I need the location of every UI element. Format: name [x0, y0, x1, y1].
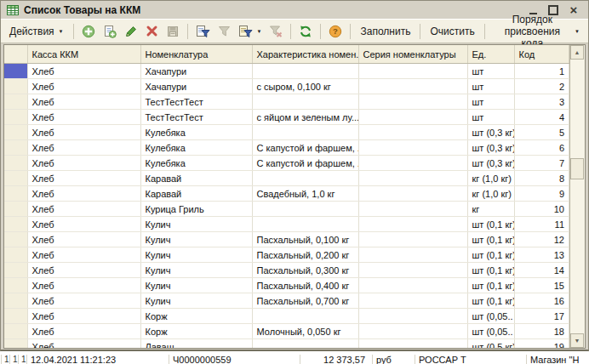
cell-harakteristika[interactable]: Пасхальный, 0,100 кг	[252, 232, 358, 247]
header-harakteristika[interactable]: Характеристика номен..	[252, 45, 358, 64]
table-row[interactable]: Хлеб Каравай кг (1,0 кг) 8	[4, 171, 569, 186]
cell-kassa-kkm[interactable]: Хлеб	[27, 293, 140, 309]
cell-harakteristika[interactable]	[252, 217, 358, 232]
cell-harakteristika[interactable]: С капустой и фаршем, ...	[252, 156, 358, 171]
cell-harakteristika[interactable]	[252, 309, 358, 324]
cell-kassa-kkm[interactable]: Хлеб	[27, 110, 140, 125]
cell-seriya[interactable]	[358, 156, 467, 171]
scrollbar-thumb[interactable]	[570, 158, 584, 179]
cell-kod[interactable]: 5	[514, 125, 569, 140]
code-order-menu-button[interactable]: Порядок присвоения кода ▼	[490, 22, 584, 41]
refresh-button[interactable]	[296, 22, 315, 41]
cell-kassa-kkm[interactable]: Хлеб	[27, 64, 140, 79]
cell-harakteristika[interactable]: Свадебный, 1,0 кг	[252, 186, 358, 202]
cell-seriya[interactable]	[358, 110, 467, 125]
cell-ed[interactable]: шт (0,5 кг)	[467, 339, 514, 349]
cell-kod[interactable]: 2	[514, 79, 569, 94]
cell-kod[interactable]: 14	[514, 263, 569, 278]
row-selector-cell[interactable]	[4, 140, 27, 156]
cell-kod[interactable]: 16	[514, 293, 569, 309]
row-selector-cell[interactable]	[4, 293, 27, 309]
table-row[interactable]: Хлеб Кулич Пасхальный, 0,200 кг шт (0,1 …	[4, 247, 569, 263]
cell-seriya[interactable]	[358, 171, 467, 186]
cell-kassa-kkm[interactable]: Хлеб	[27, 202, 140, 217]
cell-seriya[interactable]	[358, 339, 467, 349]
table-row[interactable]: Хлеб Лаваш шт (0,5 кг) 19	[4, 339, 569, 349]
cell-ed[interactable]: шт (0,1 кг)	[467, 232, 514, 247]
cell-harakteristika[interactable]	[252, 125, 358, 140]
cell-kassa-kkm[interactable]: Хлеб	[27, 171, 140, 186]
row-selector-cell[interactable]	[4, 125, 27, 140]
cell-kassa-kkm[interactable]: Хлеб	[27, 247, 140, 263]
add-copy-button[interactable]	[100, 22, 119, 41]
cell-nomenklatura[interactable]: Корж	[140, 309, 252, 324]
cell-kod[interactable]: 15	[514, 278, 569, 293]
cell-nomenklatura[interactable]: Каравай	[140, 186, 252, 202]
cell-ed[interactable]: шт	[467, 94, 514, 110]
cell-kassa-kkm[interactable]: Хлеб	[27, 156, 140, 171]
cell-nomenklatura[interactable]: Каравай	[140, 171, 252, 186]
cell-seriya[interactable]	[358, 293, 467, 309]
cell-kassa-kkm[interactable]: Хлеб	[27, 217, 140, 232]
cell-ed[interactable]: кг	[467, 202, 514, 217]
row-selector-cell[interactable]	[4, 202, 27, 217]
cell-seriya[interactable]	[358, 79, 467, 94]
cell-harakteristika[interactable]: Пасхальный, 0,200 кг	[252, 247, 358, 263]
scroll-down-button[interactable]: ▼	[570, 333, 584, 348]
header-kod[interactable]: Код	[514, 45, 569, 64]
row-selector-cell[interactable]	[4, 232, 27, 247]
cell-nomenklatura[interactable]: Кулич	[140, 263, 252, 278]
cell-seriya[interactable]	[358, 64, 467, 79]
cell-harakteristika[interactable]	[252, 202, 358, 217]
save-button-disabled[interactable]	[163, 22, 182, 41]
row-selector-cell[interactable]	[4, 309, 27, 324]
table-row[interactable]: Хлеб Курица Гриль кг 10	[4, 202, 569, 217]
row-selector-cell[interactable]	[4, 156, 27, 171]
table-row[interactable]: Хлеб Кулич шт (0,1 кг) 11	[4, 217, 569, 232]
cell-harakteristika[interactable]: Пасхальный, 0,300 кг	[252, 263, 358, 278]
cell-harakteristika[interactable]: с яйцом и зеленым лу...	[252, 110, 358, 125]
row-selector-cell[interactable]	[4, 110, 27, 125]
cell-seriya[interactable]	[358, 278, 467, 293]
cell-kassa-kkm[interactable]: Хлеб	[27, 94, 140, 110]
filter-button-disabled[interactable]	[215, 22, 233, 41]
set-filter-button[interactable]	[193, 22, 213, 41]
table-row[interactable]: Хлеб ТестТестТест шт 3	[4, 94, 569, 110]
row-selector-cell[interactable]	[4, 247, 27, 263]
cell-harakteristika[interactable]: с сыром, 0,100 кг	[252, 79, 358, 94]
table-row[interactable]: Хлеб Кулич Пасхальный, 0,100 кг шт (0,1 …	[4, 232, 569, 247]
cell-kod[interactable]: 9	[514, 186, 569, 202]
cell-ed[interactable]: шт (0,3 кг)	[467, 140, 514, 156]
cell-nomenklatura[interactable]: Кулич	[140, 278, 252, 293]
cell-seriya[interactable]	[358, 217, 467, 232]
cell-kod[interactable]: 12	[514, 232, 569, 247]
row-selector-cell[interactable]	[4, 263, 27, 278]
table-row[interactable]: Хлеб Каравай Свадебный, 1,0 кг кг (1,0 к…	[4, 186, 569, 202]
row-selector-cell[interactable]	[4, 339, 27, 349]
row-selector-cell[interactable]	[4, 94, 27, 110]
table-row[interactable]: Хлеб Корж шт (0,05.. 17	[4, 309, 569, 324]
cell-kod[interactable]: 6	[514, 140, 569, 156]
cell-harakteristika[interactable]	[252, 339, 358, 349]
cell-nomenklatura[interactable]: Кулич	[140, 293, 252, 309]
cell-seriya[interactable]	[358, 263, 467, 278]
cell-kassa-kkm[interactable]: Хлеб	[27, 140, 140, 156]
cell-ed[interactable]: шт (0,1 кг)	[467, 278, 514, 293]
fill-button[interactable]: Заполнить	[356, 22, 415, 41]
row-selector-cell[interactable]	[4, 324, 27, 339]
table-row[interactable]: Хлеб Кулебяка С капустой и фаршем, ... ш…	[4, 156, 569, 171]
cell-nomenklatura[interactable]: Хачапури	[140, 79, 252, 94]
table-row[interactable]: Хлеб Корж Молочный, 0,050 кг шт (0,05.. …	[4, 324, 569, 339]
row-selector-cell[interactable]	[4, 79, 27, 94]
cell-nomenklatura[interactable]: Кулебяка	[140, 125, 252, 140]
cell-harakteristika[interactable]: Молочный, 0,050 кг	[252, 324, 358, 339]
cell-kassa-kkm[interactable]: Хлеб	[27, 339, 140, 349]
cell-kassa-kkm[interactable]: Хлеб	[27, 309, 140, 324]
cell-nomenklatura[interactable]: Хачапури	[140, 64, 252, 79]
cell-kod[interactable]: 13	[514, 247, 569, 263]
cell-kod[interactable]: 10	[514, 202, 569, 217]
cell-nomenklatura[interactable]: Кулич	[140, 232, 252, 247]
cell-ed[interactable]: шт (0,1 кг)	[467, 217, 514, 232]
table-row[interactable]: Хлеб Кулебяка С капустой и фаршем, ... ш…	[4, 140, 569, 156]
cell-harakteristika[interactable]	[252, 94, 358, 110]
